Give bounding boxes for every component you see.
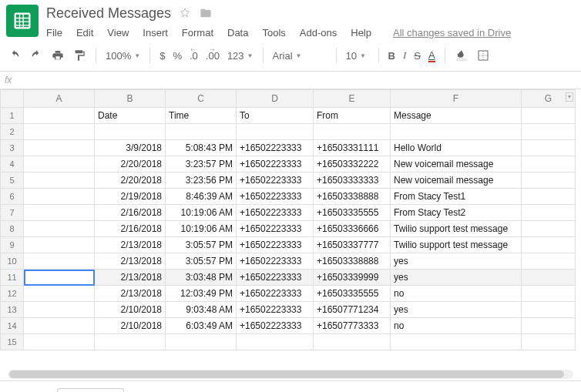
- cell[interactable]: 9:03:48 AM: [166, 302, 237, 318]
- row-header[interactable]: 2: [1, 124, 24, 140]
- text-color-button[interactable]: A: [428, 49, 435, 62]
- cell[interactable]: [391, 124, 522, 140]
- cell[interactable]: [522, 173, 576, 189]
- cell[interactable]: [166, 334, 237, 350]
- col-header-B[interactable]: B: [95, 90, 166, 108]
- cell[interactable]: +16503333333: [314, 173, 391, 189]
- folder-icon[interactable]: [199, 7, 213, 19]
- table-row[interactable]: 62/19/20188:46:39 AM+16502223333+1650333…: [1, 189, 576, 205]
- cell[interactable]: Time: [166, 108, 237, 124]
- row-header[interactable]: 11: [1, 270, 24, 286]
- cell[interactable]: Message: [391, 108, 522, 124]
- menu-data[interactable]: Data: [227, 27, 248, 39]
- row-header[interactable]: 14: [1, 318, 24, 334]
- cell[interactable]: 3:03:48 PM: [166, 270, 237, 286]
- cell[interactable]: +16502223333: [237, 318, 314, 334]
- cell[interactable]: 3:23:57 PM: [166, 156, 237, 173]
- col-header-A[interactable]: A: [24, 90, 95, 108]
- cell[interactable]: From: [314, 108, 391, 124]
- cell[interactable]: +16503331111: [314, 140, 391, 156]
- undo-icon[interactable]: [8, 49, 22, 62]
- cell[interactable]: +16507771234: [314, 302, 391, 318]
- cell[interactable]: yes: [391, 253, 522, 270]
- formula-bar[interactable]: fx: [0, 72, 581, 89]
- borders-icon[interactable]: [476, 49, 490, 62]
- cell[interactable]: [24, 286, 95, 302]
- menu-tools[interactable]: Tools: [262, 27, 285, 39]
- cell[interactable]: [24, 302, 95, 318]
- cell[interactable]: +16502223333: [237, 221, 314, 237]
- cell[interactable]: 3:05:57 PM: [166, 237, 237, 253]
- table-row[interactable]: 82/16/201810:19:06 AM+16502223333+165033…: [1, 221, 576, 237]
- sheet-tab-receive[interactable]: Receive▼: [57, 388, 124, 392]
- cell[interactable]: [24, 140, 95, 156]
- cell[interactable]: [391, 334, 522, 350]
- cell[interactable]: 6:03:49 AM: [166, 318, 237, 334]
- cell[interactable]: +16503337777: [314, 237, 391, 253]
- menu-format[interactable]: Format: [182, 27, 213, 39]
- cell[interactable]: [522, 124, 576, 140]
- cell[interactable]: no: [391, 318, 522, 334]
- cell[interactable]: 2/13/2018: [95, 237, 166, 253]
- cell[interactable]: [522, 237, 576, 253]
- table-row[interactable]: 2: [1, 124, 576, 140]
- cell[interactable]: +16503338888: [314, 189, 391, 205]
- row-header[interactable]: 7: [1, 205, 24, 221]
- cell[interactable]: +16507773333: [314, 318, 391, 334]
- cell[interactable]: [95, 124, 166, 140]
- cell[interactable]: [24, 221, 95, 237]
- table-row[interactable]: 122/13/201812:03:49 PM+16502223333+16503…: [1, 286, 576, 302]
- cell[interactable]: [314, 334, 391, 350]
- table-row[interactable]: 52/20/20183:23:56 PM+16502223333+1650333…: [1, 173, 576, 189]
- cell[interactable]: [522, 140, 576, 156]
- col-header-G[interactable]: G▾: [522, 90, 576, 108]
- cell[interactable]: 2/10/2018: [95, 302, 166, 318]
- cell[interactable]: +16502223333: [237, 253, 314, 270]
- table-row[interactable]: 102/13/20183:05:57 PM+16502223333+165033…: [1, 253, 576, 270]
- cell[interactable]: +16502223333: [237, 173, 314, 189]
- italic-button[interactable]: I: [403, 49, 406, 62]
- row-header[interactable]: 10: [1, 253, 24, 270]
- horizontal-scrollbar[interactable]: [8, 370, 573, 379]
- cell[interactable]: 10:19:06 AM: [166, 205, 237, 221]
- row-header[interactable]: 8: [1, 221, 24, 237]
- cell[interactable]: 2/19/2018: [95, 189, 166, 205]
- row-header[interactable]: 12: [1, 286, 24, 302]
- menu-edit[interactable]: Edit: [76, 27, 93, 39]
- cell[interactable]: 2/20/2018: [95, 173, 166, 189]
- number-format-dropdown[interactable]: 123▼: [227, 50, 254, 62]
- redo-icon[interactable]: [29, 49, 43, 62]
- select-all-corner[interactable]: [1, 90, 24, 108]
- cell[interactable]: [166, 124, 237, 140]
- cell[interactable]: [522, 253, 576, 270]
- table-row[interactable]: 92/13/20183:05:57 PM+16502223333+1650333…: [1, 237, 576, 253]
- cell[interactable]: [24, 108, 95, 124]
- cell[interactable]: Date: [95, 108, 166, 124]
- cell[interactable]: [237, 334, 314, 350]
- cell[interactable]: 2/13/2018: [95, 253, 166, 270]
- document-title[interactable]: Received Messages: [46, 5, 171, 22]
- menu-insert[interactable]: Insert: [143, 27, 168, 39]
- cell[interactable]: [522, 108, 576, 124]
- format-percent-button[interactable]: %: [173, 50, 182, 62]
- table-row[interactable]: 142/10/20186:03:49 AM+16502223333+165077…: [1, 318, 576, 334]
- row-header[interactable]: 4: [1, 156, 24, 173]
- cell[interactable]: [24, 334, 95, 350]
- row-header[interactable]: 9: [1, 237, 24, 253]
- cell[interactable]: [522, 270, 576, 286]
- cell[interactable]: [95, 334, 166, 350]
- cell[interactable]: New voicemail message: [391, 156, 522, 173]
- cell[interactable]: [522, 205, 576, 221]
- menu-view[interactable]: View: [107, 27, 129, 39]
- cell[interactable]: [24, 205, 95, 221]
- cell[interactable]: +16503332222: [314, 156, 391, 173]
- cell[interactable]: 2/10/2018: [95, 318, 166, 334]
- table-row[interactable]: 132/10/20189:03:48 AM+16502223333+165077…: [1, 302, 576, 318]
- cell[interactable]: +16502223333: [237, 302, 314, 318]
- cell[interactable]: [24, 253, 95, 270]
- strikethrough-button[interactable]: S: [414, 50, 421, 62]
- cell[interactable]: [24, 189, 95, 205]
- cell[interactable]: [24, 318, 95, 334]
- cell[interactable]: Hello World: [391, 140, 522, 156]
- cell[interactable]: [314, 124, 391, 140]
